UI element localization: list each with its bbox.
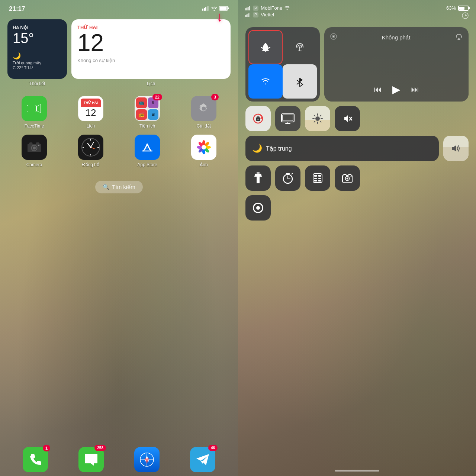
volume-slider[interactable] [443, 136, 469, 161]
svg-rect-57 [249, 13, 250, 17]
cc-camera-button[interactable] [335, 165, 360, 191]
svg-rect-101 [318, 178, 321, 179]
svg-rect-51 [247, 7, 248, 10]
settings-badge: 3 [211, 94, 219, 100]
prev-track-button[interactable]: ⏮ [374, 85, 382, 94]
wifi-toggle-button[interactable] [248, 64, 283, 99]
camera-icon [22, 135, 47, 160]
calculator-button[interactable] [305, 165, 330, 191]
search-bar: 🔍 Tìm kiếm [0, 181, 238, 193]
screen-lock-icon [462, 12, 469, 20]
app-item-clock[interactable]: Đồng hồ [65, 135, 116, 167]
carrier2-name: Viettel [261, 12, 274, 17]
lock-rotation-button[interactable] [245, 106, 271, 131]
settings-label: Cài đặt [197, 123, 211, 129]
app-item-appstore[interactable]: A App Store [122, 135, 173, 167]
timer-button[interactable] [275, 165, 300, 191]
bluetooth-button[interactable] [283, 64, 317, 99]
appstore-label: App Store [137, 162, 157, 167]
screen-record-button[interactable] [245, 195, 271, 221]
svg-rect-6 [228, 7, 229, 9]
calendar-widget-container: ↓ THỨ HAI 12 Không có sự kiện Lịch [71, 19, 231, 86]
svg-rect-1 [204, 8, 205, 11]
svg-rect-55 [247, 14, 248, 17]
home-indicator [335, 470, 379, 472]
phone-app-icon: 1 [23, 447, 48, 472]
svg-line-84 [314, 115, 315, 116]
svg-rect-54 [245, 15, 247, 17]
flashlight-button[interactable] [245, 165, 271, 191]
mute-button[interactable] [335, 106, 360, 131]
weather-moon-icon: 🌙 [13, 52, 62, 60]
carrier2-badge: P [253, 12, 258, 17]
calendar-label: Lịch [147, 81, 155, 86]
weather-widget[interactable]: Hà Nội 15° 🌙 Trời quang mây C:22° T:14° [7, 19, 67, 79]
svg-rect-98 [314, 175, 317, 177]
svg-rect-53 [249, 6, 250, 10]
calendar-app-icon: THỨ HAI 12 [78, 96, 103, 121]
app-item-utilities[interactable]: 📺 🎙 📻 ⊞ 22 Tiện ích [122, 96, 173, 129]
battery-percent: 63% [446, 5, 456, 11]
svg-line-86 [320, 115, 321, 116]
svg-point-18 [33, 147, 36, 149]
status-time: 21:17 [9, 5, 25, 13]
weather-city: Hà Nội [13, 25, 62, 30]
svg-point-44 [202, 145, 206, 149]
dock-item-messages[interactable]: 258 [78, 447, 104, 472]
dock-item-telegram[interactable]: 46 [190, 447, 215, 472]
media-player-block: Không phát ⏮ ▶ ⏭ [324, 27, 469, 102]
svg-rect-2 [205, 7, 206, 11]
svg-rect-100 [314, 178, 317, 179]
focus-button[interactable]: 🌙 Tập trung [245, 136, 439, 161]
record-dot [256, 206, 260, 210]
weather-description: Trời quang mây [13, 61, 62, 65]
red-arrow: ↓ [216, 9, 223, 25]
cc-mid-row [245, 106, 469, 131]
utilities-label: Tiện ích [139, 123, 155, 129]
next-track-button[interactable]: ⏭ [411, 85, 419, 94]
app-item-camera[interactable]: Camera [9, 135, 60, 167]
svg-rect-10 [27, 105, 36, 112]
app-item-calendar[interactable]: THỨ HAI 12 Lịch [65, 96, 116, 129]
svg-rect-95 [286, 173, 290, 174]
cc-status-bar: P MobiFone P Viettel [238, 0, 476, 23]
airplane-mode-button[interactable] [248, 30, 283, 64]
svg-rect-91 [257, 172, 260, 174]
svg-rect-3 [207, 6, 208, 11]
app-item-facetime[interactable]: FaceTime [9, 96, 60, 129]
svg-point-14 [202, 107, 206, 111]
control-center: P MobiFone P Viettel [238, 0, 476, 476]
focus-label: Tập trung [266, 145, 292, 152]
calendar-widget[interactable]: ↓ THỨ HAI 12 Không có sự kiện [71, 19, 231, 79]
screen-mirror-button[interactable] [275, 106, 300, 131]
svg-line-85 [320, 121, 321, 122]
weather-label: Thời tiết [29, 81, 45, 86]
media-controls: ⏮ ▶ ⏭ [330, 83, 463, 96]
play-pause-button[interactable]: ▶ [392, 83, 401, 96]
svg-marker-68 [457, 38, 460, 40]
airplay-icon[interactable] [455, 33, 463, 41]
cc-bottom-row [245, 165, 469, 191]
weather-range: C:22° T:14° [13, 65, 62, 70]
cc-focus-row: 🌙 Tập trung [245, 136, 469, 161]
app-item-photos[interactable]: Ảnh [178, 135, 229, 167]
app-item-settings[interactable]: 3 Cài đặt [178, 96, 229, 129]
carrier1-name: MobiFone [261, 5, 282, 11]
app-grid: FaceTime THỨ HAI 12 Lịch 📺 🎙 📻 [0, 90, 238, 173]
utilities-icon: 📺 🎙 📻 ⊞ 22 [135, 96, 160, 121]
svg-rect-103 [318, 180, 321, 181]
safari-app-icon [134, 447, 160, 472]
svg-point-19 [38, 145, 39, 146]
brightness-slider[interactable] [305, 106, 330, 131]
dock-item-phone[interactable]: 1 [23, 447, 48, 472]
status-icons [202, 6, 229, 12]
widgets-container: Hà Nội 15° 🌙 Trời quang mây C:22° T:14° … [0, 16, 238, 90]
moon-icon: 🌙 [252, 144, 262, 153]
appstore-icon: A [135, 135, 160, 160]
search-pill[interactable]: 🔍 Tìm kiếm [95, 181, 142, 193]
dock-item-safari[interactable] [134, 447, 160, 472]
mobile-data-button[interactable] [283, 30, 317, 64]
camera-label: Camera [26, 162, 42, 167]
cc-extra-row [245, 195, 469, 221]
facetime-icon [22, 96, 47, 121]
